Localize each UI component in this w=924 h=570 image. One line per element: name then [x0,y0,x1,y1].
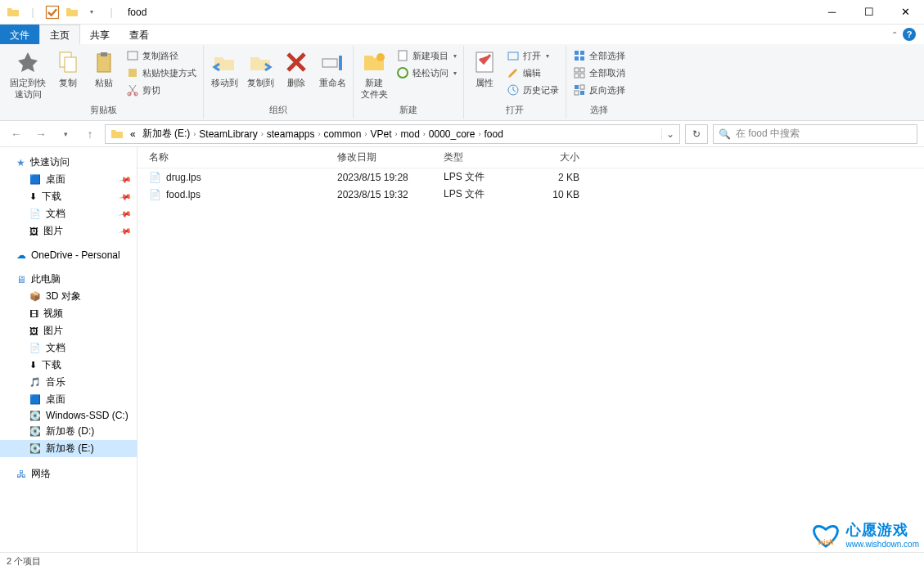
nav-onedrive[interactable]: ☁OneDrive - Personal [0,248,137,263]
svg-point-8 [134,92,137,96]
maximize-button[interactable]: ☐ [850,0,887,25]
tab-file[interactable]: 文件 [0,25,39,44]
open-button[interactable]: 打开▾ [503,47,562,64]
collapse-ribbon-icon[interactable]: ⌃ [891,30,898,39]
svg-rect-19 [575,56,579,61]
paste-shortcut-button[interactable]: 粘贴快捷方式 [123,65,200,81]
svg-rect-4 [101,52,107,56]
minimize-button[interactable]: ─ [814,0,850,25]
move-to-button[interactable]: 移动到 [207,47,241,90]
col-name: 名称 [149,150,337,164]
nav-item[interactable]: 💽Windows-SSD (C:) [0,408,137,423]
select-all-button[interactable]: 全部选择 [570,47,629,64]
nav-quick-access[interactable]: ★快速访问 [0,154,137,171]
status-text: 2 个项目 [7,555,41,568]
breadcrumb-segment[interactable]: 新加卷 (E:) [139,127,194,141]
rename-button[interactable]: 重命名 [315,47,349,90]
breadcrumb-segment[interactable]: SteamLibrary [196,128,260,140]
breadcrumb-segment[interactable]: common [320,128,364,140]
help-icon[interactable]: ? [903,28,916,41]
copy-path-button[interactable]: 复制路径 [123,47,200,64]
nav-item[interactable]: 🎞视频 [0,305,137,322]
file-list[interactable]: 名称 修改日期 类型 大小 📄drug.lps2023/8/15 19:28LP… [137,147,924,552]
cloud-icon: ☁ [16,249,26,261]
tab-home[interactable]: 主页 [39,25,80,44]
nav-item[interactable]: 💽新加卷 (E:) [0,440,137,457]
nav-item[interactable]: 💽新加卷 (D:) [0,423,137,440]
nav-item[interactable]: 🟦桌面📌 [0,171,137,188]
tab-view[interactable]: 查看 [119,25,159,44]
nav-item[interactable]: 🟦桌面 [0,391,137,408]
recent-dropdown[interactable]: ▾ [56,124,75,144]
new-folder-button[interactable]: 新建 文件夹 [357,47,391,102]
tab-share[interactable]: 共享 [80,25,119,44]
close-button[interactable]: ✕ [887,0,924,25]
forward-button[interactable]: → [31,124,51,144]
properties-button[interactable]: 属性 [467,47,502,90]
select-none-button[interactable]: 全部取消 [570,65,629,81]
svg-point-11 [376,53,385,61]
nav-item[interactable]: ⬇下载📌 [0,188,137,205]
column-headers[interactable]: 名称 修改日期 类型 大小 [137,147,924,168]
nav-item[interactable]: 📄文档 [0,339,137,357]
nav-item-icon: 📄 [29,343,41,353]
ribbon: 固定到快 速访问 复制 粘贴 复制路径 粘贴快捷方式 剪切 剪贴板 移动到 复制… [0,44,924,121]
group-label-open: 打开 [467,102,562,119]
address-dropdown-icon[interactable]: ⌄ [661,128,678,140]
nav-item[interactable]: 📦3D 对象 [0,288,137,305]
copy-button[interactable]: 复制 [51,47,85,90]
svg-rect-28 [575,91,579,95]
easy-access-button[interactable]: 轻松访问▾ [393,65,460,81]
nav-item[interactable]: 🎵音乐 [0,374,137,391]
nav-item[interactable]: 📄文档📌 [0,205,137,222]
svg-rect-0 [47,6,59,18]
group-label-new: 新建 [357,102,460,119]
address-row: ← → ▾ ↑ « 新加卷 (E:)›SteamLibrary›steamapp… [0,121,924,147]
refresh-button[interactable]: ↻ [685,124,708,144]
history-button[interactable]: 历史记录 [503,82,562,98]
address-bar[interactable]: « 新加卷 (E:)›SteamLibrary›steamapps›common… [105,124,680,144]
nav-item-icon: 💽 [29,411,41,421]
folder-icon [5,4,21,20]
svg-rect-17 [575,51,579,55]
cut-button[interactable]: 剪切 [123,82,200,98]
nav-network[interactable]: 🖧网络 [0,465,137,482]
watermark-url: www.wishdown.com [846,540,919,549]
star-icon: ★ [16,157,25,168]
svg-rect-18 [580,51,584,55]
nav-item[interactable]: ⬇下载 [0,357,137,374]
qat-dropdown-icon[interactable]: ▾ [83,4,100,20]
folder-open-icon[interactable] [64,4,80,20]
breadcrumb-segment[interactable]: VPet [367,128,394,140]
breadcrumb-segment[interactable]: steamapps [264,128,318,140]
breadcrumb-segment[interactable]: 0000_core [426,128,479,140]
back-button[interactable]: ← [7,124,26,144]
invert-select-button[interactable]: 反向选择 [570,82,629,98]
breadcrumb-segment[interactable]: food [481,128,507,140]
svg-rect-3 [97,54,110,72]
nav-this-pc[interactable]: 🖥此电脑 [0,271,137,288]
window-title: food [124,7,146,18]
new-item-button[interactable]: 新建项目▾ [393,47,460,64]
nav-item-icon: 🟦 [29,174,41,185]
svg-rect-15 [508,52,518,60]
paste-button[interactable]: 粘贴 [87,47,121,90]
nav-item[interactable]: 🖼图片📌 [0,222,137,240]
svg-rect-20 [580,56,584,61]
search-box[interactable]: 🔍 在 food 中搜索 [713,124,917,144]
svg-rect-23 [575,74,579,78]
nav-item[interactable]: 🖼图片 [0,322,137,339]
copy-to-button[interactable]: 复制到 [243,47,277,90]
breadcrumb-root-icon[interactable] [107,128,127,141]
group-label-organize: 组织 [207,102,349,119]
qat-checkbox-icon[interactable] [44,4,61,20]
pin-quickaccess-button[interactable]: 固定到快 速访问 [7,47,49,102]
file-row[interactable]: 📄drug.lps2023/8/15 19:28LPS 文件2 KB [137,168,924,186]
delete-button[interactable]: 删除 [279,47,313,90]
nav-tree[interactable]: ★快速访问 🟦桌面📌⬇下载📌📄文档📌🖼图片📌 ☁OneDrive - Perso… [0,147,137,552]
file-row[interactable]: 📄food.lps2023/8/15 19:32LPS 文件10 KB [137,186,924,203]
edit-button[interactable]: 编辑 [503,65,562,81]
breadcrumb-prefix[interactable]: « [127,128,139,140]
up-button[interactable]: ↑ [80,124,100,144]
breadcrumb-segment[interactable]: mod [397,128,422,140]
